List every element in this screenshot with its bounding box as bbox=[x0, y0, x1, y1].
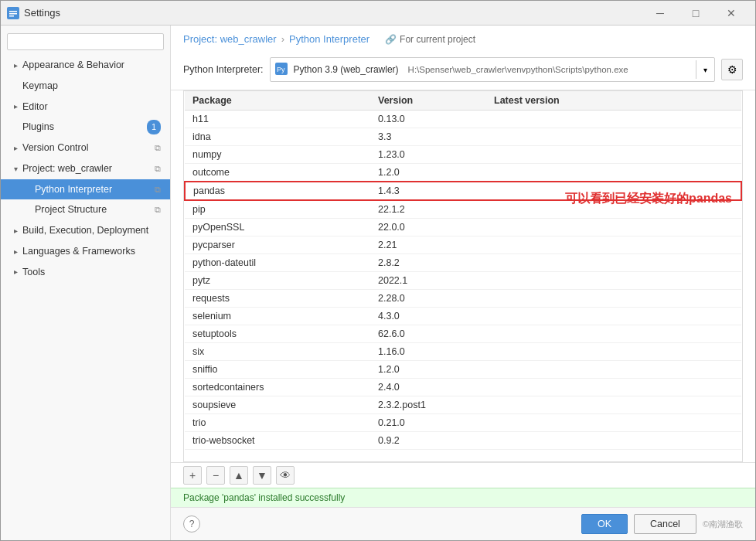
copy-icon: ⧉ bbox=[155, 162, 161, 175]
settings-window: Settings ─ □ ✕ ▸Appearance & Behavior▸Ke… bbox=[0, 0, 756, 541]
table-row[interactable]: requests 2.28.0 bbox=[185, 290, 741, 308]
table-row[interactable]: idna 3.3 bbox=[185, 128, 741, 146]
svg-rect-1 bbox=[9, 11, 17, 12]
breadcrumb-current: Python Interpreter bbox=[289, 33, 369, 45]
table-row[interactable]: pandas 1.4.3 bbox=[185, 182, 741, 200]
package-name: h11 bbox=[185, 111, 370, 128]
up-button[interactable]: ▲ bbox=[230, 466, 248, 485]
package-version: 2.28.0 bbox=[370, 290, 486, 308]
help-button[interactable]: ? bbox=[183, 515, 200, 532]
table-row[interactable]: soupsieve 2.3.2.post1 bbox=[185, 396, 741, 414]
table-row[interactable]: six 1.16.0 bbox=[185, 343, 741, 361]
sidebar-item-label: Languages & Frameworks bbox=[22, 244, 135, 259]
dropdown-arrow-icon[interactable]: ▾ bbox=[696, 60, 710, 79]
table-row[interactable]: trio 0.21.0 bbox=[185, 414, 741, 432]
bottom-toolbar: + − ▲ ▼ 👁 bbox=[171, 462, 755, 488]
package-latest bbox=[486, 182, 741, 200]
package-name: setuptools bbox=[185, 325, 370, 343]
package-name: trio-websocket bbox=[185, 432, 370, 450]
table-row[interactable]: sortedcontainers 2.4.0 bbox=[185, 379, 741, 396]
table-row[interactable]: selenium 4.3.0 bbox=[185, 308, 741, 325]
package-name: pandas bbox=[185, 182, 370, 200]
package-version: 1.4.3 bbox=[370, 182, 486, 200]
maximize-button[interactable]: □ bbox=[678, 1, 713, 26]
table-row[interactable]: trio-websocket 0.9.2 bbox=[185, 432, 741, 450]
app-icon bbox=[7, 7, 19, 19]
breadcrumb-project[interactable]: Project: web_crawler bbox=[183, 33, 277, 45]
arrow-icon: ▸ bbox=[10, 142, 21, 153]
package-latest bbox=[486, 111, 741, 128]
table-row[interactable]: python-dateutil 2.8.2 bbox=[185, 254, 741, 272]
sidebar-item-editor[interactable]: ▸Editor bbox=[1, 97, 170, 117]
package-version: 3.3 bbox=[370, 128, 486, 146]
package-name: sniffio bbox=[185, 361, 370, 379]
sidebar-item-label: Tools bbox=[22, 265, 45, 280]
sidebar-item-label: Build, Execution, Deployment bbox=[22, 223, 148, 238]
interpreter-select[interactable]: Py Python 3.9 (web_crawler) H:\Spenser\w… bbox=[270, 57, 715, 82]
sidebar-item-tools[interactable]: ▸Tools bbox=[1, 262, 170, 283]
table-row[interactable]: h11 0.13.0 bbox=[185, 111, 741, 128]
arrow-icon: ▾ bbox=[10, 163, 21, 174]
table-row[interactable]: numpy 1.23.0 bbox=[185, 146, 741, 164]
package-version: 62.6.0 bbox=[370, 325, 486, 343]
package-latest bbox=[486, 128, 741, 146]
sidebar-item-python-interpreter[interactable]: ▸Python Interpreter⧉ bbox=[1, 179, 170, 200]
package-version: 0.9.2 bbox=[370, 432, 486, 450]
sidebar-item-project[interactable]: ▾Project: web_crawler⧉ bbox=[1, 158, 170, 179]
package-version: 22.0.0 bbox=[370, 219, 486, 236]
package-latest bbox=[486, 325, 741, 343]
interpreter-gear-button[interactable]: ⚙ bbox=[721, 59, 743, 80]
package-name: trio bbox=[185, 414, 370, 432]
down-button[interactable]: ▼ bbox=[253, 466, 271, 485]
sidebar-item-project-structure[interactable]: ▸Project Structure⧉ bbox=[1, 199, 170, 220]
close-button[interactable]: ✕ bbox=[713, 1, 749, 26]
main-content: 可以看到已经安装好的pandas Package Version Latest … bbox=[171, 90, 755, 507]
package-name: requests bbox=[185, 290, 370, 308]
link-icon: 🔗 bbox=[385, 34, 397, 45]
for-current-project-link[interactable]: 🔗 For current project bbox=[385, 34, 475, 45]
package-name: sortedcontainers bbox=[185, 379, 370, 396]
table-row[interactable]: sniffio 1.2.0 bbox=[185, 361, 741, 379]
package-latest bbox=[486, 432, 741, 450]
minimize-button[interactable]: ─ bbox=[642, 1, 678, 26]
package-latest bbox=[486, 290, 741, 308]
eye-button[interactable]: 👁 bbox=[276, 466, 295, 485]
search-input[interactable] bbox=[7, 33, 164, 50]
interpreter-row: Python Interpreter: Py Python 3.9 (web_c… bbox=[183, 51, 743, 90]
table-row[interactable]: pyOpenSSL 22.0.0 bbox=[185, 219, 741, 236]
col-latest: Latest version bbox=[486, 91, 741, 111]
table-row[interactable]: pycparser 2.21 bbox=[185, 236, 741, 254]
table-row[interactable]: pytz 2022.1 bbox=[185, 272, 741, 290]
cancel-button[interactable]: Cancel bbox=[634, 514, 696, 534]
package-name: idna bbox=[185, 128, 370, 146]
window-title: Settings bbox=[24, 7, 642, 19]
package-version: 1.23.0 bbox=[370, 146, 486, 164]
sidebar-item-version-control[interactable]: ▸Version Control⧉ bbox=[1, 138, 170, 158]
sidebar-item-keymap[interactable]: ▸Keymap bbox=[1, 76, 170, 97]
sidebar-item-build-execution[interactable]: ▸Build, Execution, Deployment bbox=[1, 220, 170, 241]
remove-package-button[interactable]: − bbox=[206, 466, 225, 485]
status-bar: Package 'pandas' installed successfully bbox=[171, 488, 755, 507]
sidebar-item-appearance[interactable]: ▸Appearance & Behavior bbox=[1, 55, 170, 76]
main-header: Project: web_crawler › Python Interprete… bbox=[171, 26, 755, 90]
copy-icon: ⧉ bbox=[155, 183, 161, 196]
sidebar-item-plugins[interactable]: ▸Plugins1 bbox=[1, 117, 170, 138]
sidebar-badge: 1 bbox=[147, 120, 161, 134]
package-name: numpy bbox=[185, 146, 370, 164]
add-package-button[interactable]: + bbox=[183, 466, 202, 485]
table-row[interactable]: setuptools 62.6.0 bbox=[185, 325, 741, 343]
footer-left: ? bbox=[183, 515, 200, 532]
table-row[interactable]: pip 22.1.2 bbox=[185, 200, 741, 219]
package-latest bbox=[486, 200, 741, 219]
col-version: Version bbox=[370, 91, 486, 111]
ok-button[interactable]: OK bbox=[581, 514, 628, 534]
breadcrumb-separator: › bbox=[281, 33, 284, 45]
python-icon: Py bbox=[275, 63, 288, 77]
package-name: pyOpenSSL bbox=[185, 219, 370, 236]
sidebar-item-languages[interactable]: ▸Languages & Frameworks bbox=[1, 241, 170, 262]
sidebar: ▸Appearance & Behavior▸Keymap▸Editor▸Plu… bbox=[1, 26, 171, 540]
sidebar-item-label: Keymap bbox=[22, 79, 58, 94]
window-controls: ─ □ ✕ bbox=[642, 1, 749, 26]
package-version: 1.16.0 bbox=[370, 343, 486, 361]
table-row[interactable]: outcome 1.2.0 bbox=[185, 164, 741, 182]
